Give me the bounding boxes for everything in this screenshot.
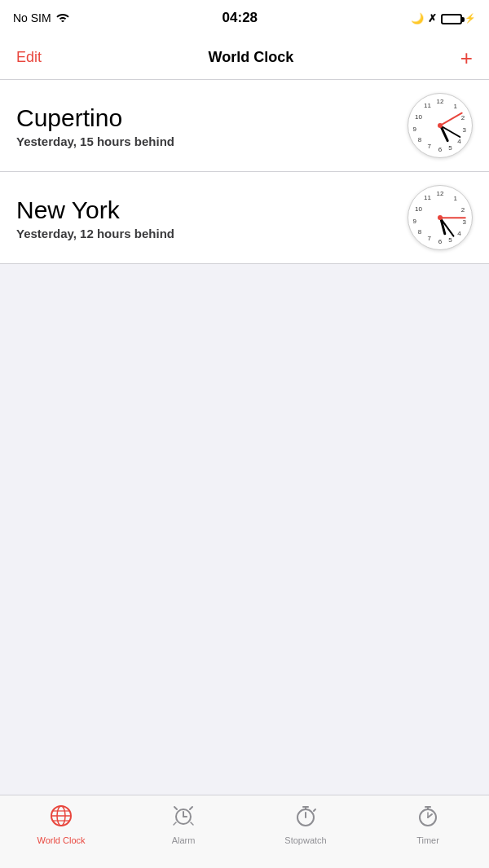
tab-label-alarm: Alarm [172,835,196,845]
moon-icon: 🌙 [411,12,424,24]
bluetooth-icon: ✗ [428,12,437,24]
second-hand [440,217,466,218]
clock-num: 6 [438,237,442,245]
add-button[interactable]: + [460,47,473,68]
center-dot [438,123,443,128]
tab-alarm[interactable]: Alarm [122,804,244,845]
clock-num: 11 [424,102,431,109]
status-time: 04:28 [222,10,258,26]
clock-num: 5 [448,236,452,243]
clock-num: 3 [462,218,465,225]
status-left: No SIM [13,11,69,24]
tab-bar: World Clock Alarm [0,795,489,868]
analog-clock-cupertino: 12 1 2 3 4 5 6 7 8 9 10 11 [408,93,473,158]
second-hand [440,112,463,126]
status-right: 🌙 ✗ ⚡ [411,11,476,25]
city-name-cupertino: Cupertino [16,104,408,133]
svg-line-11 [191,822,193,825]
svg-line-16 [314,809,315,811]
center-dot [438,215,443,220]
nav-bar: Edit World Clock + [0,36,489,80]
clock-num: 2 [461,113,465,121]
stopwatch-icon [293,804,318,832]
tab-timer[interactable]: Timer [367,804,489,845]
clock-num: 2 [461,205,465,213]
tab-stopwatch[interactable]: Stopwatch [244,804,367,845]
alarm-icon [171,804,196,832]
clock-num: 5 [448,143,452,151]
clock-num: 12 [437,189,444,196]
svg-line-9 [190,807,192,809]
edit-button[interactable]: Edit [16,49,42,66]
city-name-newyork: New York [16,196,408,225]
tab-label-world-clock: World Clock [37,835,85,845]
svg-line-10 [174,822,176,825]
clock-num: 9 [413,125,416,132]
tab-world-clock[interactable]: World Clock [0,804,122,845]
clock-list: Cupertino Yesterday, 15 hours behind 12 … [0,80,489,264]
clock-num: 4 [457,137,460,144]
bolt-icon: ⚡ [465,13,476,24]
svg-line-8 [174,807,177,809]
nav-title: World Clock [209,49,294,66]
clock-num: 1 [453,102,456,109]
clock-item-cupertino: Cupertino Yesterday, 15 hours behind 12 … [0,80,489,172]
clock-info-cupertino: Cupertino Yesterday, 15 hours behind [16,104,408,148]
clock-num: 4 [457,229,460,236]
clock-num: 10 [415,113,422,121]
clock-num: 8 [418,136,421,143]
clock-num: 7 [428,234,431,241]
clock-num: 6 [438,145,442,152]
globe-icon [49,804,73,832]
empty-area [0,264,489,647]
wifi-icon [56,11,69,24]
tab-label-stopwatch: Stopwatch [284,835,326,845]
clock-num: 9 [413,217,416,224]
analog-clock-newyork: 12 1 2 3 4 5 6 7 8 9 10 11 [408,185,473,250]
clock-num: 8 [418,228,421,236]
clock-num: 7 [428,142,431,149]
tab-label-timer: Timer [416,835,439,845]
clock-num: 1 [453,194,456,201]
clock-item-newyork: New York Yesterday, 12 hours behind 12 1… [0,172,489,264]
battery-icon [441,11,462,25]
carrier-label: No SIM [13,11,51,24]
clock-num: 10 [415,205,422,213]
city-sub-cupertino: Yesterday, 15 hours behind [16,134,408,148]
clock-num: 12 [437,97,444,104]
clock-num: 11 [424,194,431,201]
clock-info-newyork: New York Yesterday, 12 hours behind [16,196,408,240]
city-sub-newyork: Yesterday, 12 hours behind [16,227,408,240]
clock-num: 3 [462,126,465,133]
status-bar: No SIM 04:28 🌙 ✗ ⚡ [0,0,489,36]
timer-icon [416,804,440,832]
